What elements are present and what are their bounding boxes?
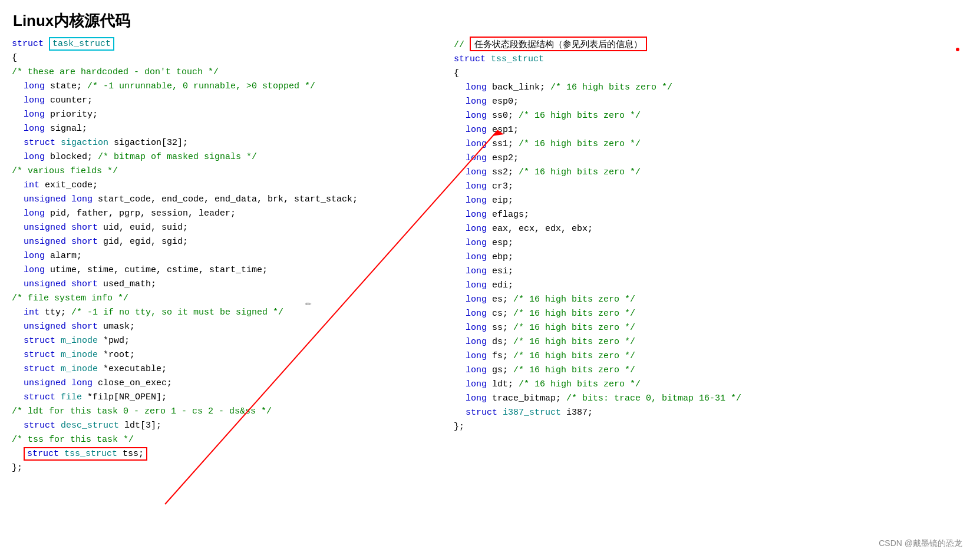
line-umask: unsigned short umask; — [12, 320, 430, 334]
right-esp1: long esp1; — [454, 123, 961, 137]
right-cr3: long cr3; — [454, 180, 961, 194]
line-close-on-exec: unsigned long close_on_exec; — [12, 376, 430, 391]
line-utime: long utime, stime, cutime, cstime, start… — [12, 263, 430, 277]
right-esp: long esp; — [454, 236, 961, 250]
left-code-block: struct task_struct { /* these are hardco… — [12, 37, 430, 475]
right-open-brace: { — [454, 67, 961, 81]
right-ss1: long ss1; /* 16 high bits zero */ — [454, 137, 961, 151]
right-back-link: long back_link; /* 16 high bits zero */ — [454, 81, 961, 95]
line-exit-code: int exit_code; — [12, 178, 430, 193]
line-executable: struct m_inode *executable; — [12, 362, 430, 376]
right-edi: long edi; — [454, 279, 961, 293]
right-close-brace: }; — [454, 420, 961, 434]
right-fs: long fs; /* 16 high bits zero */ — [454, 349, 961, 363]
tss-line-highlight: struct tss_struct tss; — [24, 447, 147, 461]
right-eax: long eax, ecx, edx, ebx; — [454, 222, 961, 236]
line-blocked: long blocked; /* bitmap of masked signal… — [12, 150, 430, 164]
right-i387: struct i387_struct i387; — [454, 406, 961, 420]
right-ss2: long ss2; /* 16 high bits zero */ — [454, 166, 961, 180]
right-struct-header: struct tss_struct — [454, 52, 961, 67]
right-ds: long ds; /* 16 high bits zero */ — [454, 335, 961, 349]
line-used-math: unsigned short used_math; — [12, 277, 430, 292]
line-uid: unsigned short uid, euid, suid; — [12, 221, 430, 235]
line-close: }; — [12, 461, 430, 475]
line-tss: struct tss_struct tss; — [12, 447, 430, 461]
edit-icon: ✏ — [305, 296, 312, 309]
line-alarm: long alarm; — [12, 249, 430, 263]
line-start-code: unsigned long start_code, end_code, end_… — [12, 193, 430, 207]
right-eflags: long eflags; — [454, 208, 961, 222]
right-code-panel: // 任务状态段数据结构（参见列表后的信息） struct tss_struct… — [442, 37, 972, 559]
line-comment-hardcoded: /* these are hardcoded - don't touch */ — [12, 65, 430, 80]
line-state: long state; /* -1 unrunnable, 0 runnable… — [12, 80, 430, 94]
left-code-panel: struct task_struct { /* these are hardco… — [0, 37, 442, 559]
right-ldt: long ldt; /* 16 high bits zero */ — [454, 378, 961, 392]
right-esi: long esi; — [454, 264, 961, 279]
line-pid: long pid, father, pgrp, session, leader; — [12, 207, 430, 221]
line-ldt: struct desc_struct ldt[3]; — [12, 419, 430, 433]
watermark: CSDN @戴墨镜的恐龙 — [879, 538, 962, 549]
right-ss0: long ss0; /* 16 high bits zero */ — [454, 109, 961, 123]
right-gs: long gs; /* 16 high bits zero */ — [454, 363, 961, 378]
red-dot — [956, 48, 959, 51]
right-ss: long ss; /* 16 high bits zero */ — [454, 321, 961, 335]
right-trace-bitmap: long trace_bitmap; /* bits: trace 0, bit… — [454, 392, 961, 406]
line-counter: long counter; — [12, 94, 430, 108]
line-pwd: struct m_inode *pwd; — [12, 334, 430, 348]
line-gid: unsigned short gid, egid, sgid; — [12, 235, 430, 249]
right-cs: long cs; /* 16 high bits zero */ — [454, 307, 961, 321]
line-comment-tss: /* tss for this task */ — [12, 433, 430, 447]
right-ebp: long ebp; — [454, 250, 961, 264]
right-title-box: 任务状态段数据结构（参见列表后的信息） — [470, 37, 647, 51]
task-struct-highlight: task_struct — [49, 37, 114, 51]
line-priority: long priority; — [12, 108, 430, 122]
line-sigaction: struct sigaction sigaction[32]; — [12, 136, 430, 150]
line-comment-fs: /* file system info */ — [12, 292, 430, 306]
right-annotation-line: // 任务状态段数据结构（参见列表后的信息） — [454, 37, 961, 52]
right-eip: long eip; — [454, 194, 961, 208]
line-comment-ldt: /* ldt for this task 0 - zero 1 - cs 2 -… — [12, 405, 430, 419]
right-esp2: long esp2; — [454, 151, 961, 166]
line-signal: long signal; — [12, 122, 430, 136]
line-comment-various: /* various fields */ — [12, 164, 430, 178]
right-code-block: // 任务状态段数据结构（参见列表后的信息） struct tss_struct… — [454, 37, 961, 434]
right-esp0: long esp0; — [454, 95, 961, 109]
page-title: Linux内核源代码 — [0, 0, 980, 37]
line-open-brace: { — [12, 51, 430, 65]
line-filp: struct file *filp[NR_OPEN]; — [12, 391, 430, 405]
line-struct-header: struct task_struct — [12, 37, 430, 51]
line-tty: int tty; /* -1 if no tty, so it must be … — [12, 306, 430, 320]
right-es: long es; /* 16 high bits zero */ — [454, 293, 961, 307]
line-root: struct m_inode *root; — [12, 348, 430, 362]
